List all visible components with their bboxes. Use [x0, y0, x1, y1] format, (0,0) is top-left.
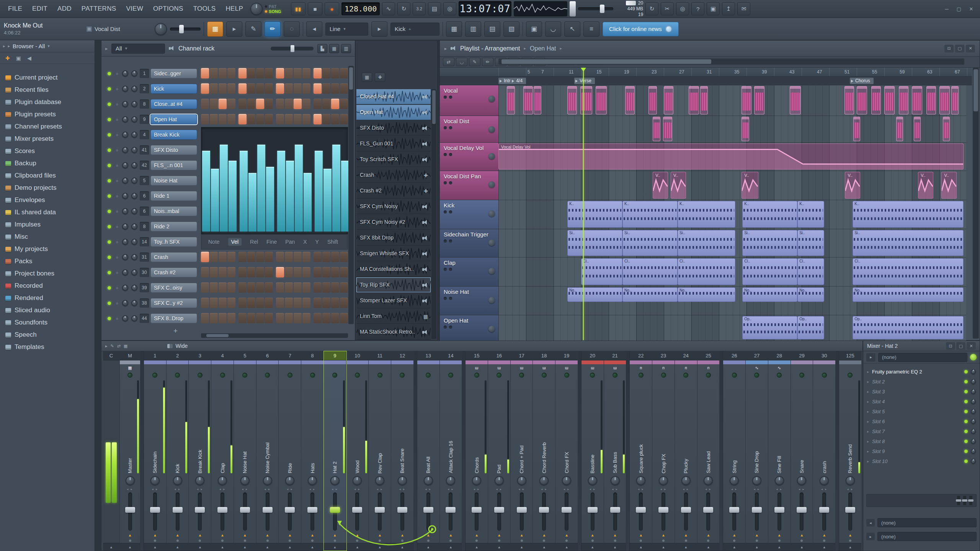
pattern-clip[interactable]: Si..: [567, 230, 622, 256]
step-cell[interactable]: [227, 282, 235, 293]
strip-number[interactable]: 1: [144, 351, 166, 360]
step-cell[interactable]: [201, 267, 209, 277]
route-arrow-icon[interactable]: ▲: [533, 531, 555, 538]
channel-volume-knob[interactable]: [131, 162, 137, 168]
strip-number[interactable]: 27: [746, 351, 768, 360]
strip-pan-knob[interactable]: [562, 476, 571, 485]
channel-enable-led[interactable]: [108, 179, 111, 183]
step-cell[interactable]: [227, 68, 235, 78]
channel-pan-knob[interactable]: [122, 285, 128, 291]
strip-mute-led[interactable]: [746, 371, 768, 379]
mixer-strip-clap[interactable]: 4Clap◂ ▸▲▲: [211, 351, 234, 551]
browser-item-clipboard-files[interactable]: Clipboard files: [0, 170, 95, 182]
pat-song-toggle[interactable]: PAT SONG: [265, 4, 289, 14]
strip-pan-knob[interactable]: [797, 476, 806, 485]
input-icon[interactable]: ◂: [866, 519, 875, 527]
route-arrow-icon[interactable]: ▲: [630, 531, 652, 538]
strip-number[interactable]: 6: [256, 351, 279, 360]
grid-b-button[interactable]: ▥: [465, 21, 481, 37]
step-cell[interactable]: [201, 114, 209, 124]
strip-fader[interactable]: [746, 492, 768, 531]
step-cell[interactable]: [331, 99, 339, 109]
strip-number[interactable]: 3: [189, 351, 211, 360]
fader-handle[interactable]: [446, 507, 456, 513]
route-arrow-icon[interactable]: ▲: [488, 531, 510, 538]
grid-d-button[interactable]: ▧: [503, 21, 519, 37]
channel-enable-led[interactable]: [108, 240, 111, 244]
step-cell[interactable]: [322, 83, 330, 94]
step-cell[interactable]: [256, 252, 264, 262]
picker-item-crash-2[interactable]: Crash #2✚: [356, 183, 431, 199]
channel-volume-knob[interactable]: [131, 254, 137, 260]
step-cell[interactable]: [340, 252, 348, 262]
route-arrow-icon[interactable]: ▲: [440, 531, 462, 538]
channel-button-fls-n-001[interactable]: FLS_..n 001: [150, 160, 197, 170]
step-cell[interactable]: [238, 99, 247, 109]
mute-tool-button[interactable]: ◌: [284, 21, 300, 37]
step-cell[interactable]: [210, 114, 218, 124]
back-arrow-icon[interactable]: ▸: [3, 44, 5, 49]
browser-item-sliced-audio[interactable]: Sliced audio: [0, 304, 95, 316]
strip-pan-knob[interactable]: [472, 476, 481, 485]
strip-pan-knob[interactable]: [353, 476, 362, 485]
fader-handle[interactable]: [703, 507, 713, 513]
step-cell[interactable]: [302, 99, 310, 109]
picker-item-ma-staticshock-retro[interactable]: MA StaticShock Retro..: [356, 324, 431, 340]
step-cell[interactable]: [322, 252, 330, 262]
strip-fader[interactable]: [675, 492, 697, 531]
slot-enable-led[interactable]: [964, 420, 968, 423]
fx-slot-10[interactable]: ▸Slot 10: [863, 456, 980, 466]
strip-fader[interactable]: [211, 492, 234, 531]
step-cell[interactable]: [247, 99, 255, 109]
strip-pan-knob[interactable]: [446, 476, 455, 485]
channel-pan-knob[interactable]: [122, 269, 128, 276]
pattern-clip[interactable]: Op..: [742, 316, 797, 339]
strip-pan-knob[interactable]: [126, 476, 135, 485]
velocity-bar[interactable]: [304, 173, 312, 231]
track-volume-knob[interactable]: [488, 297, 495, 303]
step-cell[interactable]: [219, 252, 227, 262]
strip-fader[interactable]: [555, 492, 578, 531]
step-cell[interactable]: [219, 83, 227, 94]
mixer-strip-chop-fx[interactable]: 23пChop FX◂ ▸▲▲: [652, 351, 675, 551]
audio-clip[interactable]: [914, 117, 921, 141]
channel-pan-knob[interactable]: [122, 116, 128, 122]
channel-button-nois-mbal[interactable]: Nois..mbal: [150, 206, 197, 216]
strip-number[interactable]: 4: [211, 351, 234, 360]
metronome-button[interactable]: ∿: [382, 2, 395, 15]
strip-number[interactable]: 24: [675, 351, 697, 360]
playlist-track-kick[interactable]: Kick: [440, 200, 498, 229]
step-cell[interactable]: [340, 99, 348, 109]
slide-tool-icon[interactable]: ⇄: [443, 58, 454, 66]
menu-tools[interactable]: TOOLS: [188, 5, 221, 13]
channel-number[interactable]: 9: [140, 115, 149, 124]
snap-magnet-button[interactable]: ◡: [545, 21, 561, 37]
strip-pan-knob[interactable]: [820, 476, 829, 485]
channel-button-crash[interactable]: Crash: [150, 252, 197, 262]
strip-number[interactable]: 12: [391, 351, 413, 360]
step-cell[interactable]: [322, 298, 330, 308]
fx-slot-3[interactable]: ▸Slot 3: [863, 386, 980, 396]
pattern-clip[interactable]: Cl..: [853, 258, 964, 285]
slot-mix-knob[interactable]: [971, 369, 976, 374]
channel-mute-dot[interactable]: [116, 302, 118, 305]
snap-selector[interactable]: Line▾: [325, 23, 368, 36]
step-cell[interactable]: [238, 313, 247, 323]
strip-fader[interactable]: [697, 492, 720, 531]
fader-handle[interactable]: [173, 507, 183, 513]
automation-clip[interactable]: V..: [941, 172, 957, 199]
pattern-clip[interactable]: K..: [622, 201, 678, 228]
channel-enable-led[interactable]: [108, 72, 111, 75]
pattern-thin-clip[interactable]: No..: [853, 287, 964, 302]
typing-keyboard-button[interactable]: ▤: [428, 2, 441, 15]
channel-volume-knob[interactable]: [131, 269, 137, 276]
pattern-clip[interactable]: Op..: [853, 316, 964, 339]
fx-slot-9[interactable]: ▸Slot 9: [863, 446, 980, 456]
strip-pan-knob[interactable]: [398, 476, 407, 485]
step-cell[interactable]: [314, 83, 322, 94]
channel-number[interactable]: 5: [140, 176, 149, 185]
channel-number[interactable]: 39: [140, 283, 149, 292]
fx-slot-1[interactable]: ▸Fruity parametric EQ 2: [863, 367, 980, 377]
audio-clip[interactable]: [580, 86, 592, 114]
channel-button-kick[interactable]: Kick: [150, 84, 197, 94]
